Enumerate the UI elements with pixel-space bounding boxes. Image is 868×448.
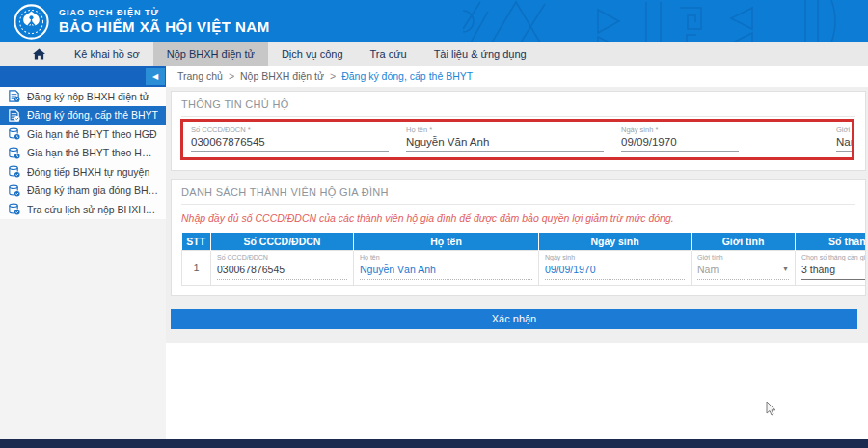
cell-dob-label: Ngày sinh	[545, 254, 685, 261]
cell-name-input[interactable]: Nguyễn Văn Anh	[360, 264, 532, 280]
document-check-icon	[8, 90, 20, 102]
sidebar-item-label: Gia hạn thẻ BHYT theo HGĐ tích hợp gi...	[27, 147, 158, 158]
annotation-highlight-box: Số CCCD/ĐDCN * 030067876545 Họ tên * Ngu…	[180, 119, 854, 160]
breadcrumb-separator: >	[229, 70, 234, 82]
cell-gender-value: Nam	[697, 264, 719, 275]
sidebar-item-label: Đăng ký tham gia đóng BHXH tự nguyện	[27, 184, 158, 196]
cell-months-label: Chọn số tháng cần gia hạn thẻ BHYT	[801, 254, 866, 261]
breadcrumb-nop-bhxh[interactable]: Nộp BHXH điện tử	[240, 70, 324, 82]
sidebar-item-label: Tra cứu lịch sử nộp BHXH điện tử	[27, 204, 158, 215]
owner-gender-field: Giới tính * Nam	[836, 126, 854, 152]
row-gender-cell: Giới tính Nam ▼	[692, 250, 796, 285]
nav-tab-tra-cuu[interactable]: Tra cứu	[357, 42, 420, 66]
database-check-icon	[8, 184, 20, 197]
row-name-cell: Họ tên Nguyễn Văn Anh	[354, 250, 539, 285]
owner-cccd-field: Số CCCD/ĐDCN * 030067876545	[191, 126, 389, 152]
document-check-icon	[8, 109, 20, 122]
cell-cccd-label: Số CCCD/ĐDCN	[217, 254, 347, 261]
nav-tab-nop-bhxh-dien-tu[interactable]: Nộp BHXH điện tử	[153, 42, 268, 66]
col-header-hoten: Họ tên	[354, 233, 539, 250]
cccd-hint-note: Nhập đầy đủ số CCCD/ĐDCN của các thành v…	[181, 212, 855, 224]
chevron-left-icon: ◀	[152, 72, 158, 81]
sidebar-item-tra-cuu-lich-su[interactable]: Tra cứu lịch sử nộp BHXH điện tử	[0, 200, 166, 219]
breadcrumb-row: ◀ Trang chủ > Nộp BHXH điện tử > Đăng ký…	[0, 66, 868, 87]
breadcrumb: Trang chủ > Nộp BHXH điện tử > Đăng ký đ…	[166, 66, 473, 87]
sidebar-item-label: Đóng tiếp BHXH tự nguyện	[27, 166, 149, 178]
cell-gender-select[interactable]: Nam ▼	[697, 264, 789, 280]
sidebar-item-label: Đăng ký đóng, cấp thẻ BHYT	[27, 109, 158, 121]
row-months-cell: Chọn số tháng cần gia hạn thẻ BHYT 3 thá…	[796, 250, 867, 285]
table-row: 1 Số CCCD/ĐDCN 030067876545 Họ tên Nguyễ…	[182, 250, 867, 285]
home-button[interactable]	[17, 42, 61, 66]
cell-dob-input[interactable]: 09/09/1970	[545, 264, 685, 280]
members-table: STT Số CCCD/ĐDCN Họ tên Ngày sinh Giới t…	[181, 233, 866, 286]
empty-area	[166, 343, 868, 448]
members-table-wrap: STT Số CCCD/ĐDCN Họ tên Ngày sinh Giới t…	[181, 233, 866, 286]
sidebar-item-label: Đăng ký nộp BHXH điện tử	[27, 91, 149, 102]
cell-name-label: Họ tên	[360, 254, 532, 261]
cell-gender-label: Giới tính	[697, 254, 789, 261]
owner-dob-field: Ngày sinh * 09/09/1970	[621, 126, 819, 152]
sidebar-item-dang-ky-nop-bhxh[interactable]: Đăng ký nộp BHXH điện tử	[0, 87, 166, 106]
app-header: GIAO DỊCH ĐIỆN TỬ BẢO HIỂM XÃ HỘI VIỆT N…	[0, 0, 868, 42]
nav-tab-ke-khai-ho-so[interactable]: Kê khai hồ sơ	[61, 42, 153, 66]
bhxh-logo	[14, 4, 49, 40]
owner-dob-label: Ngày sinh *	[621, 126, 819, 134]
col-header-ngaysinh: Ngày sinh	[539, 233, 692, 250]
breadcrumb-current: Đăng ký đóng, cấp thẻ BHYT	[341, 70, 473, 82]
owner-cccd-label: Số CCCD/ĐDCN *	[191, 126, 389, 134]
main-navbar: Kê khai hồ sơ Nộp BHXH điện tử Dịch vụ c…	[0, 42, 868, 66]
col-header-cccd: Số CCCD/ĐDCN	[211, 233, 354, 250]
header-decor-pattern	[463, 0, 868, 42]
cell-months-select[interactable]: 3 tháng	[801, 264, 866, 280]
owner-gender-select[interactable]: Nam	[836, 136, 854, 152]
owner-section-title: THÔNG TIN CHỦ HỘ	[181, 98, 855, 117]
owner-info-card: THÔNG TIN CHỦ HỘ Số CCCD/ĐDCN * 03006787…	[171, 91, 866, 171]
row-dob-cell: Ngày sinh 09/09/1970	[539, 250, 692, 285]
sidebar-item-dang-ky-tham-gia-dong-bhxh[interactable]: Đăng ký tham gia đóng BHXH tự nguyện	[0, 182, 166, 201]
cell-cccd-input[interactable]: 030067876545	[217, 264, 347, 280]
sidebar-item-gia-han-the-bhyt-hgd[interactable]: Gia hạn thẻ BHYT theo HGĐ	[0, 125, 166, 144]
sidebar-menu: Đăng ký nộp BHXH điện tử Đăng ký đóng, c…	[0, 87, 166, 448]
sidebar-item-label: Gia hạn thẻ BHYT theo HGĐ	[27, 128, 157, 140]
sidebar-collapse-button[interactable]: ◀	[146, 68, 165, 85]
breadcrumb-separator: >	[330, 70, 336, 82]
nav-tab-dich-vu-cong[interactable]: Dịch vụ công	[268, 42, 357, 66]
owner-dob-input[interactable]: 09/09/1970	[621, 136, 739, 152]
content-area: THÔNG TIN CHỦ HỘ Số CCCD/ĐDCN * 03006787…	[166, 87, 868, 343]
database-clock-icon	[8, 127, 20, 140]
row-stt: 1	[182, 250, 211, 285]
sidebar-item-gia-han-the-bhyt-hgd-tich-hop[interactable]: Gia hạn thẻ BHYT theo HGĐ tích hợp gi...	[0, 144, 166, 163]
owner-name-input[interactable]: Nguyễn Văn Anh	[406, 136, 604, 152]
database-check-icon	[8, 165, 20, 178]
confirm-button[interactable]: Xác nhận	[171, 309, 857, 329]
owner-cccd-input[interactable]: 030067876545	[191, 136, 389, 152]
header-subtitle: GIAO DỊCH ĐIỆN TỬ	[59, 8, 270, 17]
breadcrumb-home[interactable]: Trang chủ	[177, 70, 223, 82]
members-section-title: DANH SÁCH THÀNH VIÊN HỘ GIA ĐÌNH	[181, 186, 855, 205]
row-cccd-cell: Số CCCD/ĐDCN 030067876545	[211, 250, 354, 285]
sidebar-item-dang-ky-dong-cap-the-bhyt[interactable]: Đăng ký đóng, cấp thẻ BHYT	[0, 106, 166, 126]
home-icon	[33, 48, 45, 60]
owner-name-label: Họ tên *	[406, 126, 604, 134]
col-header-sothang: Số tháng đề nghị gia hạn	[796, 233, 867, 250]
footer-bar	[0, 439, 868, 448]
col-header-stt: STT	[182, 233, 211, 250]
sidebar-header-bar: ◀	[0, 66, 166, 87]
chevron-down-icon: ▼	[782, 266, 789, 272]
owner-gender-label: Giới tính *	[836, 126, 854, 134]
database-clock-icon	[8, 147, 20, 159]
database-check-icon	[8, 203, 20, 215]
nav-tab-tai-lieu-ung-dung[interactable]: Tài liệu & ứng dụng	[420, 42, 540, 66]
header-title: BẢO HIỂM XÃ HỘI VIỆT NAM	[59, 18, 270, 35]
sidebar-item-dong-tiep-bhxh-tu-nguyen[interactable]: Đóng tiếp BHXH tự nguyện	[0, 162, 166, 182]
col-header-gioitinh: Giới tính	[692, 233, 796, 250]
owner-name-field: Họ tên * Nguyễn Văn Anh	[406, 126, 604, 152]
family-members-card: DANH SÁCH THÀNH VIÊN HỘ GIA ĐÌNH Nhập đầ…	[171, 179, 866, 296]
